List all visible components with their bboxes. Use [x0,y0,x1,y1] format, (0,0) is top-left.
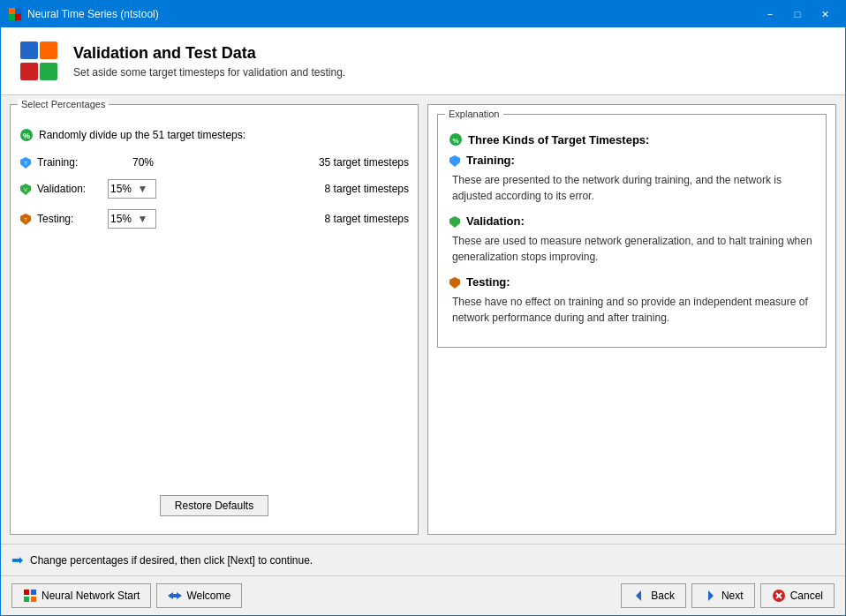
exp-training-heading-text: Training: [466,154,515,167]
testing-label-text: Testing: [37,213,73,225]
testing-label: T Testing: [19,213,108,225]
random-divide-row: % Randomly divide up the 51 target times… [19,128,409,142]
testing-row: T Testing: 15% ▼ 8 target timesteps [19,209,409,229]
validation-label-text: Validation: [37,183,86,195]
random-divide-text: Randomly divide up the 51 target timeste… [39,129,245,141]
cancel-label: Cancel [790,590,823,602]
status-message: Change percentages if desired, then clic… [30,554,313,567]
training-icon: T [19,156,32,169]
validation-percent-value: 15% [110,183,132,195]
testing-percent-value: 15% [110,213,132,225]
svg-rect-16 [31,590,36,595]
exp-validation-heading-text: Validation: [466,214,525,228]
right-panel: Explanation % Three Kinds of Target Time… [427,104,836,535]
title-bar: Neural Time Series (ntstool) − □ ✕ [1,1,845,27]
svg-rect-3 [15,14,21,20]
svg-rect-1 [15,8,21,14]
validation-row: V Validation: 15% ▼ 8 target timesteps [19,179,409,199]
svg-rect-2 [9,14,15,20]
footer-bar: Neural Network Start Welcome Back [1,575,845,615]
svg-text:T: T [24,161,27,166]
maximize-button[interactable]: □ [784,5,811,23]
cancel-button[interactable]: Cancel [760,583,835,608]
next-button[interactable]: Next [691,583,755,608]
svg-rect-18 [31,597,36,602]
exp-testing-heading: Testing: [449,275,815,289]
window-title: Neural Time Series (ntstool) [27,8,757,20]
svg-rect-7 [40,63,57,80]
left-panel: Select Percentages % Randomly divide up … [10,104,419,535]
three-kinds-heading: % Three Kinds of Target Timesteps: [449,132,815,146]
svg-text:%: % [23,131,30,140]
percent-icon: % [19,128,34,142]
training-label: T Training: [19,156,108,169]
exp-validation-heading: Validation: [449,214,815,228]
training-percent: 70% [108,156,178,169]
close-button[interactable]: ✕ [812,5,838,23]
validation-timesteps: 8 target timesteps [325,183,409,195]
exp-validation-text: These are used to measure network genera… [449,233,815,265]
back-button[interactable]: Back [621,583,686,608]
explanation-title: Explanation [445,109,503,119]
nav-buttons: Back Next Cancel [621,583,835,608]
window-controls: − □ ✕ [757,5,838,23]
svg-rect-6 [20,63,38,80]
welcome-icon [168,589,182,603]
svg-marker-23 [636,590,641,601]
exp-training-icon [449,154,461,167]
neural-start-label: Neural Network Start [42,590,140,602]
header-icon [19,40,61,82]
testing-dropdown-arrow: ▼ [132,213,154,225]
exp-testing-heading-text: Testing: [466,275,510,289]
header-section: Validation and Test Data Set aside some … [1,27,845,95]
svg-rect-5 [40,41,57,59]
svg-marker-21 [168,592,173,599]
svg-marker-24 [708,590,714,601]
exp-testing-text: These have no effect on training and so … [449,294,815,326]
neural-network-start-button[interactable]: Neural Network Start [11,583,151,608]
status-bar: ➡ Change percentages if desired, then cl… [1,544,845,575]
svg-rect-17 [24,597,29,602]
three-kinds-text: Three Kinds of Target Timesteps: [468,133,649,146]
validation-icon: V [19,183,32,195]
exp-testing-icon [449,276,461,289]
svg-text:V: V [24,187,27,192]
welcome-label: Welcome [186,590,230,602]
explanation-box: Explanation % Three Kinds of Target Time… [437,114,827,348]
exp-validation-icon [449,215,461,228]
svg-text:%: % [452,137,458,145]
exp-training-text: These are presented to the network durin… [449,172,815,204]
validation-dropdown[interactable]: 15% ▼ [108,179,156,199]
testing-icon: T [19,213,32,225]
welcome-button[interactable]: Welcome [156,583,242,608]
next-icon [703,589,717,603]
validation-label: V Validation: [19,183,108,195]
svg-rect-4 [20,41,38,59]
restore-defaults-button[interactable]: Restore Defaults [160,495,268,516]
training-timesteps: 35 target timesteps [319,156,409,169]
training-label-text: Training: [37,156,78,169]
status-arrow-icon: ➡ [11,552,23,568]
page-subtitle: Set aside some target timesteps for vali… [73,66,345,79]
back-icon [632,589,646,603]
svg-rect-15 [24,590,29,595]
main-content: Select Percentages % Randomly divide up … [1,95,845,544]
app-icon [8,7,22,21]
left-panel-title: Select Percentages [18,99,109,109]
header-text: Validation and Test Data Set aside some … [73,44,345,79]
validation-dropdown-arrow: ▼ [132,183,154,195]
page-title: Validation and Test Data [73,44,345,63]
testing-dropdown[interactable]: 15% ▼ [108,209,156,229]
three-kinds-icon: % [449,132,463,146]
testing-timesteps: 8 target timesteps [325,213,409,225]
exp-training-heading: Training: [449,154,815,167]
training-row: T Training: 70% 35 target timesteps [19,156,409,169]
neural-start-icon [23,589,37,603]
svg-marker-22 [177,592,182,599]
next-label: Next [721,590,744,602]
back-label: Back [651,590,675,602]
svg-rect-0 [9,8,15,14]
main-window: Neural Time Series (ntstool) − □ ✕ Valid… [0,0,846,616]
cancel-icon [772,589,786,603]
minimize-button[interactable]: − [757,5,783,23]
